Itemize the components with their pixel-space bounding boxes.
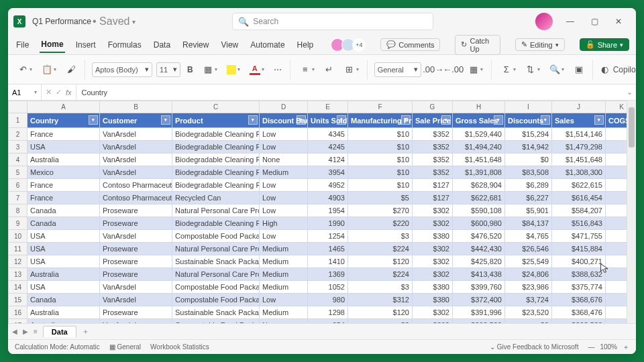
undo-button[interactable]: ↶▾	[15, 63, 35, 76]
cell[interactable]: Compostable Food Packaging	[172, 281, 260, 294]
spreadsheet-grid[interactable]: ABCDEFGHIJK1Country▾Customer▾Product▾Dis…	[8, 101, 636, 323]
cell[interactable]: Natural Personal Care Products	[172, 243, 260, 255]
sheet-nav-next[interactable]: ▶	[23, 328, 28, 335]
row-header[interactable]: 6	[9, 179, 28, 192]
cell[interactable]: $4,765	[505, 230, 552, 243]
cell[interactable]: $	[606, 179, 627, 192]
filter-dropdown-icon[interactable]: ▾	[541, 115, 550, 125]
cell[interactable]: $375,774	[552, 281, 606, 294]
cell[interactable]: VanArsdel	[100, 230, 172, 243]
cell[interactable]: $380	[413, 294, 453, 306]
cell[interactable]: USA	[28, 255, 100, 268]
cell[interactable]: 4903	[308, 192, 348, 204]
cell[interactable]: VanArsdel	[100, 128, 172, 141]
cell[interactable]: 4952	[308, 179, 348, 192]
cell[interactable]: $10	[348, 166, 413, 179]
col-header-K[interactable]: K	[606, 101, 627, 113]
row-header[interactable]: 10	[9, 230, 28, 243]
vertical-scrollbar[interactable]	[627, 101, 636, 323]
cell[interactable]: Biodegradable Cleaning Products	[172, 217, 260, 230]
cell[interactable]: $312	[348, 294, 413, 306]
cell[interactable]: $1,391,808	[453, 166, 505, 179]
filter-dropdown-icon[interactable]: ▾	[297, 115, 306, 125]
cell[interactable]: $3	[348, 281, 413, 294]
cell[interactable]: USA	[28, 281, 100, 294]
cell[interactable]: 1954	[308, 204, 348, 217]
tab-automate[interactable]: Automate	[249, 38, 286, 52]
cell[interactable]: Medium	[260, 281, 308, 294]
fx-icon[interactable]: fx	[66, 88, 72, 97]
cell[interactable]: VanArsdel	[100, 281, 172, 294]
row-header[interactable]: 1	[9, 113, 28, 128]
cell[interactable]: $	[606, 141, 627, 154]
cell[interactable]: Australia	[28, 319, 100, 324]
cell[interactable]: $352	[413, 154, 453, 166]
cell[interactable]: $352	[413, 141, 453, 154]
row-header[interactable]: 9	[9, 217, 28, 230]
filter-dropdown-icon[interactable]: ▾	[494, 115, 503, 125]
cell[interactable]: $10	[348, 128, 413, 141]
increase-decimal-button[interactable]: .00→	[425, 63, 441, 76]
cell[interactable]: Australia	[28, 268, 100, 281]
cell[interactable]: Compostable Food Packaging	[172, 230, 260, 243]
cell[interactable]: $1,479,298	[552, 141, 606, 154]
borders-button[interactable]: ▦▾	[200, 63, 220, 76]
copilot-button[interactable]: ◐Copilot	[600, 64, 636, 75]
cell[interactable]: $6,227	[505, 192, 552, 204]
table-header-cell[interactable]: Discounts▾	[505, 113, 552, 128]
cell[interactable]: Low	[260, 230, 308, 243]
find-button[interactable]: 🔍▾	[547, 63, 567, 76]
close-button[interactable]: ✕	[606, 11, 631, 32]
row-header[interactable]: 7	[9, 192, 28, 204]
cell[interactable]: $0	[505, 319, 552, 324]
presence-avatars[interactable]: +4	[333, 38, 366, 52]
bold-button[interactable]: B	[184, 64, 196, 76]
table-header-cell[interactable]: Sales▾	[552, 113, 606, 128]
row-header[interactable]: 15	[9, 294, 28, 306]
cell[interactable]: 1465	[308, 243, 348, 255]
calc-mode[interactable]: Calculation Mode: Automatic	[15, 343, 100, 351]
cell[interactable]: 3954	[308, 166, 348, 179]
cell[interactable]: $425,820	[453, 255, 505, 268]
col-header-J[interactable]: J	[552, 101, 606, 113]
cell[interactable]: $25,549	[505, 255, 552, 268]
cell[interactable]: $	[606, 319, 627, 324]
cancel-formula-icon[interactable]: ✕	[46, 88, 52, 97]
table-header-cell[interactable]: Manufacturing Price▾	[348, 113, 413, 128]
sheet-tab[interactable]: Data	[43, 326, 76, 337]
cell[interactable]: 1254	[308, 230, 348, 243]
cell[interactable]: $	[606, 204, 627, 217]
cell[interactable]: $127	[413, 179, 453, 192]
table-header-cell[interactable]: Product▾	[172, 113, 260, 128]
tab-file[interactable]: File	[15, 38, 30, 52]
number-format-select[interactable]: General▾	[374, 62, 421, 77]
cell[interactable]: $270	[348, 204, 413, 217]
cell[interactable]: $516,843	[552, 217, 606, 230]
cell[interactable]: $5,901	[505, 204, 552, 217]
cell[interactable]: $302	[413, 243, 453, 255]
table-header-cell[interactable]: COGS▾	[606, 113, 627, 128]
cell[interactable]: $1,494,240	[453, 141, 505, 154]
col-header-C[interactable]: C	[172, 101, 260, 113]
autosum-button[interactable]: Σ▾	[498, 63, 519, 76]
cell[interactable]: $	[606, 166, 627, 179]
cell[interactable]: Canada	[28, 294, 100, 306]
cell[interactable]: $380	[413, 230, 453, 243]
cell[interactable]: Biodegradable Cleaning Products	[172, 141, 260, 154]
tab-insert[interactable]: Insert	[74, 38, 97, 52]
cell[interactable]: Medium	[260, 268, 308, 281]
cell[interactable]: USA	[28, 243, 100, 255]
cell[interactable]: $	[606, 217, 627, 230]
cell[interactable]: Compostable Food Packaging	[172, 319, 260, 324]
cell[interactable]: $302	[413, 217, 453, 230]
cell[interactable]: $399,760	[453, 281, 505, 294]
cell[interactable]: $302	[413, 306, 453, 319]
font-name-select[interactable]: Aptos (Body)▾	[92, 62, 152, 77]
more-font-button[interactable]: ⋯	[271, 64, 284, 76]
cell[interactable]: $622,615	[552, 179, 606, 192]
cell[interactable]: $120	[348, 255, 413, 268]
status-general[interactable]: ▦ General	[109, 343, 141, 351]
cell[interactable]: $10	[348, 154, 413, 166]
font-size-select[interactable]: 11▾	[156, 62, 180, 77]
cell[interactable]: $476,520	[453, 230, 505, 243]
